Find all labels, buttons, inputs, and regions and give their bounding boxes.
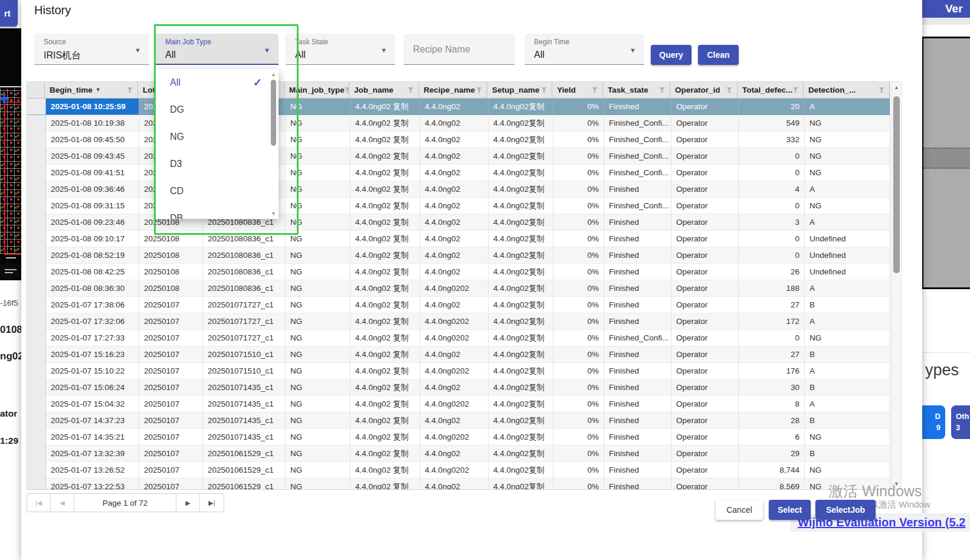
table-cell[interactable]: Operator [671, 379, 739, 396]
table-cell[interactable]: 2025-01-08 09:10:17 [46, 231, 139, 247]
filter-funnel-icon[interactable] [726, 87, 732, 93]
other-type-button-fragment[interactable]: Oth 3 [951, 405, 970, 439]
row-header-cell[interactable] [27, 132, 46, 148]
table-cell[interactable]: 4.4.0ng02 复制 [350, 412, 420, 429]
dropdown-scrollbar[interactable]: ▲ ▼ [269, 70, 278, 218]
table-cell[interactable]: 202501071510_c1 [203, 346, 286, 363]
table-cell[interactable]: 0% [553, 181, 604, 198]
filter-funnel-icon[interactable] [879, 87, 884, 93]
table-cell[interactable]: 2025-01-08 09:41:51 [46, 165, 139, 181]
dropdown-option-d3[interactable]: D3 [156, 150, 278, 178]
table-cell[interactable]: 0% [553, 132, 604, 148]
table-cell[interactable]: 0% [553, 165, 604, 181]
table-cell[interactable]: 4.4.0ng02复制 [489, 462, 553, 479]
table-cell[interactable]: 4.4.0ng02 [420, 181, 489, 198]
table-cell[interactable]: 4.4.0ng02 复制 [350, 148, 420, 165]
table-cell[interactable]: B [805, 346, 890, 363]
table-row[interactable]: 2025-01-08 08:52:1920250108202501080836_… [27, 247, 890, 264]
table-cell[interactable]: Finished [604, 313, 671, 330]
table-cell[interactable]: 2025-01-08 09:45:50 [46, 132, 139, 148]
table-cell[interactable]: 4.4.0ng02 复制 [350, 363, 420, 379]
table-cell[interactable]: Operator [671, 115, 739, 132]
table-cell[interactable]: 0% [553, 379, 604, 396]
table-cell[interactable]: Operator [671, 363, 739, 379]
table-cell[interactable]: NG [805, 330, 890, 346]
column-header[interactable]: Yield [552, 82, 603, 99]
table-cell[interactable]: A [805, 99, 890, 115]
table-cell[interactable]: 2025-01-07 15:10:22 [46, 363, 139, 379]
table-cell[interactable]: 4.4.0ng02 复制 [350, 462, 420, 479]
table-cell[interactable]: 4.4.0ng02 复制 [350, 297, 420, 313]
table-cell[interactable]: 4.4.0ng02 [420, 115, 489, 132]
table-cell[interactable]: 28 [739, 412, 805, 429]
query-button[interactable]: Query [651, 45, 692, 65]
table-cell[interactable]: Operator [671, 181, 739, 198]
table-cell[interactable]: 27 [739, 346, 805, 363]
table-cell[interactable]: Operator [671, 214, 739, 231]
table-cell[interactable]: Operator [671, 412, 739, 429]
table-cell[interactable]: 6 [739, 429, 805, 446]
table-cell[interactable]: 20250108 [139, 247, 203, 264]
table-cell[interactable]: 202501080836_c1 [203, 264, 286, 280]
table-cell[interactable]: Operator [671, 297, 739, 313]
table-cell[interactable]: 4.4.0ng02 复制 [350, 115, 420, 132]
table-cell[interactable]: A [805, 280, 890, 297]
table-cell[interactable]: Finished [604, 363, 671, 379]
table-cell[interactable]: NG [286, 446, 350, 462]
row-header-cell[interactable] [27, 462, 46, 479]
row-header-cell[interactable] [27, 165, 46, 181]
table-cell[interactable]: 0% [553, 99, 604, 115]
row-header-cell[interactable] [27, 214, 46, 231]
table-cell[interactable]: 4.4.0ng02复制 [489, 363, 553, 379]
grid-vertical-scrollbar[interactable]: ▲ ▼ [892, 81, 902, 490]
table-cell[interactable]: 2025-01-08 09:31:15 [46, 198, 139, 214]
table-cell[interactable]: 2025-01-07 15:04:32 [46, 396, 139, 412]
table-cell[interactable]: 4.4.0ng02 复制 [350, 181, 420, 198]
table-cell[interactable]: NG [805, 148, 890, 165]
table-row[interactable]: 2025-01-07 17:32:0620250107202501071727_… [27, 313, 890, 330]
table-cell[interactable]: 2025-01-08 09:43:45 [46, 148, 139, 165]
table-cell[interactable]: Finished [604, 429, 671, 446]
table-cell[interactable]: 176 [739, 363, 805, 379]
table-cell[interactable]: A [805, 214, 890, 231]
row-header-cell[interactable] [27, 346, 46, 363]
table-cell[interactable]: 4.4.0ng02 [420, 379, 489, 396]
column-header[interactable]: Detection_... [804, 82, 890, 99]
table-cell[interactable]: Finished [604, 247, 671, 264]
table-cell[interactable]: 202501071727_c1 [203, 330, 286, 346]
table-cell[interactable]: 0% [553, 313, 604, 330]
table-cell[interactable]: 4.4.0ng02复制 [489, 181, 553, 198]
table-cell[interactable]: 4.4.0ng02 [420, 479, 489, 490]
table-cell[interactable]: Operator [671, 313, 739, 330]
column-header[interactable]: Total_defec... [738, 82, 804, 99]
table-cell[interactable]: 4.4.0ng02 [420, 198, 489, 214]
table-cell[interactable]: 0% [553, 446, 604, 462]
table-cell[interactable]: NG [286, 280, 350, 297]
table-cell[interactable]: 2025-01-07 17:27:33 [46, 330, 139, 346]
table-cell[interactable]: 4.4.0ng02 [420, 446, 489, 462]
main-job-type-dropdown[interactable]: ▲ ▼ All✓DGNGD3CDDB [156, 69, 278, 219]
table-cell[interactable]: NG [805, 429, 890, 446]
table-cell[interactable]: Operator [671, 479, 739, 490]
row-header-cell[interactable] [27, 148, 46, 165]
table-cell[interactable]: B [805, 297, 890, 313]
table-cell[interactable]: NG [286, 99, 350, 115]
table-row[interactable]: 2025-01-07 17:27:3320250107202501071727_… [27, 330, 890, 346]
table-cell[interactable]: Operator [671, 429, 739, 446]
table-cell[interactable]: 4.4.0ng02复制 [489, 148, 553, 165]
table-cell[interactable]: 20250107 [139, 412, 203, 429]
table-cell[interactable]: NG [286, 412, 350, 429]
table-cell[interactable]: 202501071435_c1 [203, 396, 286, 412]
table-cell[interactable]: Finished [604, 181, 671, 198]
table-row[interactable]: 2025-01-08 09:10:1720250108202501080836_… [27, 231, 890, 247]
begin-time-select[interactable]: Begin Time All ▼ [525, 34, 644, 65]
table-cell[interactable]: 4.4.0ng02复制 [489, 198, 553, 214]
column-header[interactable]: Begin_time▼ [45, 82, 138, 99]
table-cell[interactable]: NG [805, 115, 890, 132]
table-cell[interactable]: NG [286, 198, 350, 214]
table-cell[interactable]: Finished_Confi... [604, 132, 671, 148]
table-cell[interactable]: 27 [739, 297, 805, 313]
table-cell[interactable]: Finished [604, 396, 671, 412]
row-header-cell[interactable] [27, 313, 46, 330]
table-cell[interactable]: 4.4.0ng02 [420, 148, 489, 165]
